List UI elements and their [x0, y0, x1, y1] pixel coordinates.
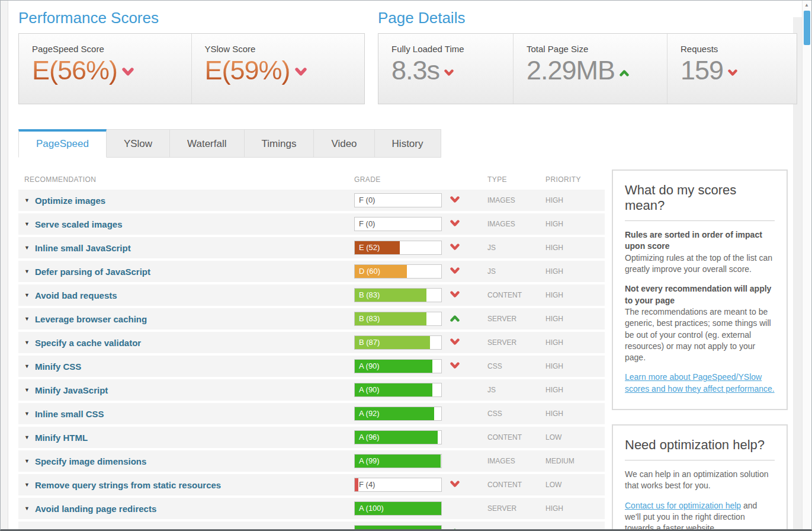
score-cell: PageSpeed Score E(56%)	[19, 34, 192, 104]
row-type: JS	[482, 267, 540, 276]
recommendation-link[interactable]: Inline small CSS	[35, 409, 104, 419]
recommendation-link[interactable]: Avoid landing page redirects	[35, 504, 156, 514]
row-type: IMAGES	[482, 220, 540, 228]
expand-caret-icon[interactable]: ▼	[24, 434, 30, 440]
expand-caret-icon[interactable]: ▼	[24, 197, 30, 203]
down-arrow-icon	[450, 220, 460, 227]
score-trend-toggle[interactable]	[122, 68, 134, 79]
recommendation-link[interactable]: Inline small JavaScript	[35, 243, 131, 253]
recommendations-table: RECOMMENDATION GRADE TYPE PRIORITY ▼ Opt…	[18, 169, 605, 531]
recommendation-link[interactable]: Optimize images	[35, 196, 105, 206]
recommendation-link[interactable]: Specify a cache validator	[35, 338, 141, 348]
expand-caret-icon[interactable]: ▼	[24, 387, 30, 393]
expand-caret-icon[interactable]: ▼	[24, 411, 30, 417]
expand-caret-icon[interactable]: ▼	[24, 340, 30, 346]
recommendation-row: ▼ Defer parsing of JavaScript D (60) JS …	[18, 261, 605, 282]
detail-trend-indicator	[728, 68, 737, 79]
row-priority: HIGH	[540, 244, 605, 252]
row-priority: HIGH	[540, 362, 605, 370]
scrollbar-thumb[interactable]	[804, 11, 810, 45]
row-priority: HIGH	[540, 267, 605, 276]
expand-caret-icon[interactable]: ▼	[24, 292, 30, 298]
tab-pagespeed[interactable]: PageSpeed	[18, 129, 107, 158]
expand-caret-icon[interactable]: ▼	[24, 506, 30, 511]
learn-more-link[interactable]: Learn more about PageSpeed/YSlow scores …	[625, 372, 775, 393]
down-arrow-icon	[450, 244, 460, 251]
row-type: IMAGES	[482, 457, 540, 465]
tab-yslow[interactable]: YSlow	[107, 129, 170, 158]
grade-bar: A (99)	[354, 454, 442, 468]
row-type: CSS	[482, 410, 540, 418]
expand-caret-icon[interactable]: ▼	[24, 268, 30, 274]
down-arrow-icon	[450, 338, 460, 346]
grade-bar-label: D (60)	[359, 265, 380, 278]
page-details-card: Fully Loaded Time 8.3s Total Page Size 2…	[378, 33, 797, 104]
recommendation-row: ▼ Inline small CSS A (92) CSS HIGH	[18, 403, 605, 424]
tab-label: History	[392, 138, 423, 149]
recommendation-link[interactable]: Enable gzip compression	[35, 527, 142, 531]
performance-scores-card: PageSpeed Score E(56%) YSlow Score E(59%…	[18, 33, 365, 104]
detail-value: 159	[681, 55, 723, 86]
row-trend-indicator	[450, 527, 460, 531]
row-type: CONTENT	[482, 433, 540, 442]
grade-bar: F (4)	[354, 478, 442, 492]
row-type: IMAGES	[482, 196, 540, 204]
gtmetrix-report-page: Performance Scores PageSpeed Score E(56%…	[0, 0, 812, 531]
detail-value: 2.29MB	[527, 55, 615, 86]
expand-caret-icon[interactable]: ▼	[24, 316, 30, 322]
score-label: YSlow Score	[205, 44, 365, 54]
scores-info-text-1: Optimizing rules at the top of the list …	[625, 253, 772, 274]
down-arrow-icon	[444, 69, 454, 76]
recommendation-row: ▼ Minify HTML A (96) CONTENT LOW	[18, 427, 605, 448]
expand-caret-icon[interactable]: ▼	[24, 245, 30, 251]
page-scrollbar[interactable]: ▲	[802, 1, 811, 529]
recommendation-link[interactable]: Avoid bad requests	[35, 290, 117, 300]
optimization-help-title: Need optimization help?	[625, 437, 775, 460]
row-trend-indicator	[450, 266, 460, 277]
grade-bar-label: E (52)	[359, 241, 380, 254]
recommendation-link[interactable]: Defer parsing of JavaScript	[35, 267, 150, 277]
detail-cell: Total Page Size 2.29MB	[513, 34, 667, 104]
grade-bar: B (83)	[354, 288, 442, 302]
page-left-edge	[1, 1, 8, 529]
tab-history[interactable]: History	[375, 129, 441, 158]
grade-bar: F (0)	[354, 217, 442, 231]
recommendation-link[interactable]: Remove query strings from static resourc…	[35, 480, 221, 490]
expand-caret-icon[interactable]: ▼	[24, 221, 30, 227]
row-type: JS	[482, 386, 540, 394]
tab-video[interactable]: Video	[314, 129, 374, 158]
scrollbar-up-arrow-icon[interactable]: ▲	[804, 2, 809, 8]
recommendation-link[interactable]: Serve scaled images	[35, 219, 123, 229]
header-type: TYPE	[482, 175, 540, 184]
grade-bar: A (100)	[354, 501, 442, 516]
expand-caret-icon[interactable]: ▼	[24, 363, 30, 369]
grade-bar: A (92)	[354, 407, 442, 421]
score-trend-toggle[interactable]	[295, 68, 307, 79]
grade-bar-label: A (92)	[359, 407, 380, 420]
row-priority: LOW	[540, 481, 605, 489]
detail-label: Requests	[681, 44, 797, 54]
detail-label: Total Page Size	[527, 44, 667, 54]
contact-us-link[interactable]: Contact us for optimization help	[625, 501, 741, 510]
grade-bar: F (0)	[354, 193, 442, 207]
expand-caret-icon[interactable]: ▼	[24, 458, 30, 464]
tab-label: YSlow	[124, 138, 152, 149]
down-arrow-icon	[122, 68, 134, 76]
tab-label: Waterfall	[187, 138, 226, 149]
row-priority: HIGH	[540, 315, 605, 323]
tab-timings[interactable]: Timings	[245, 129, 314, 158]
recommendation-link[interactable]: Minify HTML	[35, 433, 88, 443]
tab-waterfall[interactable]: Waterfall	[170, 129, 244, 158]
tab-label: Timings	[262, 138, 297, 149]
recommendation-link[interactable]: Minify CSS	[35, 362, 81, 372]
recommendation-link[interactable]: Specify image dimensions	[35, 456, 146, 466]
down-arrow-icon	[728, 69, 737, 76]
row-priority: HIGH	[540, 386, 605, 394]
expand-caret-icon[interactable]: ▼	[24, 482, 30, 488]
row-type: SERVER	[482, 504, 540, 513]
recommendation-link[interactable]: Minify JavaScript	[35, 385, 108, 395]
score-label: PageSpeed Score	[32, 44, 191, 54]
recommendation-link[interactable]: Leverage browser caching	[35, 314, 147, 324]
recommendation-row: ▼ Specify a cache validator B (87) SERVE…	[18, 332, 605, 353]
detail-value: 8.3s	[391, 55, 439, 86]
